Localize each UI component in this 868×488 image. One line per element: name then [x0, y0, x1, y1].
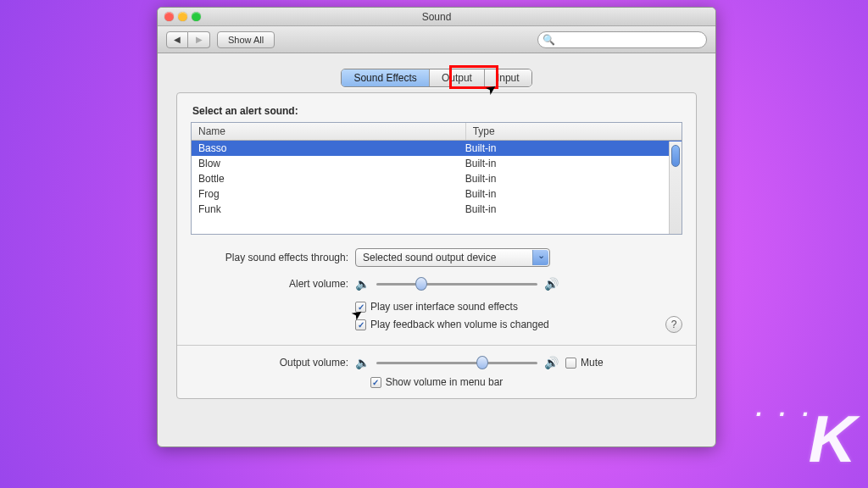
table-scrollbar[interactable]	[669, 141, 682, 234]
cell-name: Bottle	[198, 173, 465, 185]
search-input[interactable]	[537, 31, 707, 48]
forward-button[interactable]: ▶	[188, 31, 210, 48]
play-through-label: Play sound effects through:	[191, 252, 348, 263]
window-title: Sound	[422, 11, 452, 23]
tab-segment: Sound Effects Output Input	[341, 69, 531, 87]
checkbox-label: Mute	[581, 357, 604, 369]
checkbox-label: Play user interface sound effects	[370, 301, 518, 313]
search-wrap: 🔍	[537, 31, 707, 48]
alert-volume-slider[interactable]	[376, 277, 537, 291]
cell-name: Frog	[198, 188, 465, 200]
play-through-value: Selected sound output device	[363, 252, 496, 263]
slider-track	[376, 283, 537, 286]
scrollbar-thumb[interactable]	[671, 145, 680, 167]
traffic-lights	[164, 12, 201, 21]
zoom-icon[interactable]	[192, 12, 201, 21]
cell-type: Built-in	[465, 203, 675, 215]
checkbox-icon	[565, 358, 576, 369]
cell-name: Blow	[198, 158, 465, 169]
search-icon: 🔍	[542, 34, 555, 46]
table-row[interactable]: Bottle Built-in	[192, 171, 682, 186]
help-button[interactable]: ?	[665, 316, 682, 333]
tab-bar: Sound Effects Output Input ➤	[176, 69, 697, 87]
checkbox-label: Show volume in menu bar	[386, 376, 504, 388]
speaker-low-icon: 🔈	[355, 356, 370, 369]
cell-type: Built-in	[465, 188, 675, 200]
table-row[interactable]: Frog Built-in	[192, 186, 682, 202]
table-header: Name Type	[192, 123, 682, 141]
minimize-icon[interactable]	[178, 12, 187, 21]
cell-name: Basso	[198, 142, 465, 154]
checkbox-icon: ✓	[370, 377, 381, 388]
watermark-letter: K	[809, 402, 853, 476]
watermark-dots: · · ·	[755, 401, 814, 427]
checkbox-label: Play feedback when volume is changed	[370, 319, 549, 330]
cell-name: Funk	[198, 203, 465, 215]
checkbox-mute[interactable]: Mute	[565, 357, 604, 369]
col-name[interactable]: Name	[192, 123, 466, 140]
back-button[interactable]: ◀	[166, 31, 188, 48]
alert-volume-label: Alert volume:	[191, 278, 348, 290]
checkbox-ui-effects[interactable]: ✓ Play user interface sound effects	[355, 301, 518, 313]
checkbox-icon: ✓	[355, 319, 366, 330]
toolbar: ◀ ▶ Show All 🔍	[158, 26, 715, 53]
tab-output[interactable]: Output	[430, 69, 485, 86]
slider-knob[interactable]	[415, 277, 427, 291]
show-all-button[interactable]: Show All	[217, 31, 275, 48]
titlebar: Sound	[158, 8, 715, 26]
nav-back-forward: ◀ ▶	[166, 31, 210, 48]
content-area: Sound Effects Output Input ➤ Select an a…	[158, 53, 715, 408]
cell-type: Built-in	[465, 142, 675, 154]
table-row[interactable]: Funk Built-in	[192, 202, 682, 217]
output-volume-label: Output volume:	[191, 357, 348, 369]
speaker-high-icon: 🔊	[544, 277, 559, 291]
checkbox-menubar[interactable]: ✓ Show volume in menu bar	[370, 376, 504, 388]
watermark-logo: · · ·K	[755, 401, 853, 478]
tab-input[interactable]: Input	[485, 69, 531, 86]
close-icon[interactable]	[164, 12, 174, 21]
table-row[interactable]: Basso Built-in	[192, 141, 682, 156]
tab-sound-effects[interactable]: Sound Effects	[342, 69, 430, 86]
sound-effects-panel: Select an alert sound: Name Type Basso B…	[176, 92, 697, 399]
play-through-select[interactable]: Selected sound output device	[355, 248, 550, 267]
checkbox-feedback[interactable]: ✓ Play feedback when volume is changed	[355, 319, 549, 330]
cell-type: Built-in	[465, 173, 675, 185]
output-volume-slider[interactable]	[376, 356, 537, 369]
slider-track	[376, 362, 537, 364]
cell-type: Built-in	[465, 158, 675, 169]
alert-sound-heading: Select an alert sound:	[192, 105, 682, 117]
checkbox-icon: ✓	[355, 302, 366, 313]
alert-sound-table[interactable]: Name Type Basso Built-in Blow Built-in B…	[191, 122, 682, 235]
speaker-low-icon: 🔈	[355, 277, 370, 291]
sound-prefs-window: Sound ◀ ▶ Show All 🔍 Sound Effects Outpu…	[157, 7, 716, 447]
col-type[interactable]: Type	[466, 123, 682, 140]
speaker-high-icon: 🔊	[544, 356, 559, 369]
slider-knob[interactable]	[476, 356, 488, 369]
section-divider	[177, 345, 696, 346]
table-body: Basso Built-in Blow Built-in Bottle Buil…	[192, 141, 682, 234]
table-row[interactable]: Blow Built-in	[192, 156, 682, 171]
